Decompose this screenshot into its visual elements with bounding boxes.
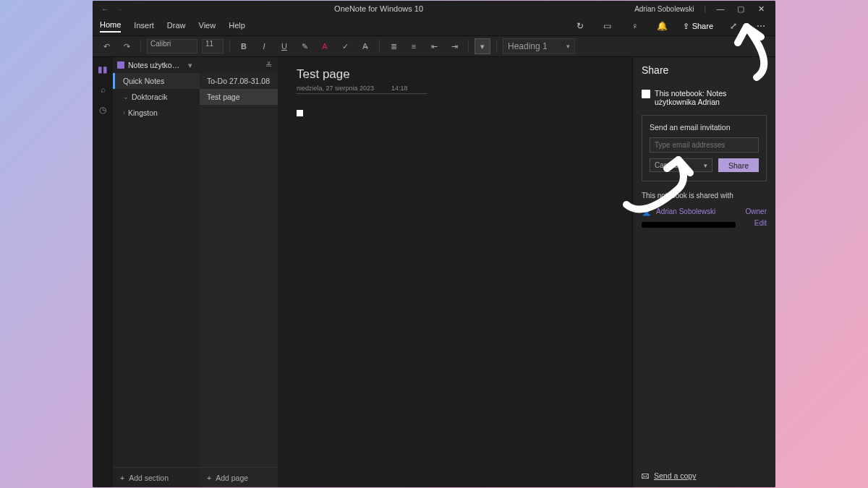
highlight-icon[interactable]: ✎ — [297, 38, 312, 54]
shared-person-row[interactable]: 👤 Adrian Sobolewski Owner — [642, 207, 767, 216]
person-role: Owner — [746, 207, 767, 215]
numbering-icon[interactable]: ≡ — [406, 38, 422, 54]
divider — [379, 40, 380, 53]
maximize-button[interactable]: ▢ — [731, 4, 751, 14]
section-label: Kingston — [128, 108, 158, 117]
edit-link[interactable]: Edit — [754, 219, 767, 227]
divider — [229, 40, 230, 53]
fullscreen-icon[interactable]: ⤢ — [726, 21, 741, 31]
back-icon[interactable]: ← — [101, 5, 109, 13]
italic-icon[interactable]: I — [256, 38, 272, 54]
close-button[interactable]: ✕ — [751, 4, 771, 14]
share-icon: ⇪ — [683, 22, 689, 31]
sections-panel: Notes użytkownika Adrian ▾ Quick Notes ⌄… — [113, 57, 200, 487]
add-page-label: Add page — [216, 474, 248, 482]
page-item-test[interactable]: Test page — [200, 89, 278, 105]
notebook-icon — [117, 61, 124, 69]
chevron-down-icon: ▾ — [188, 61, 192, 69]
ribbon: ↶ ↷ Calibri 11 B I U ✎ A ✓ A̶ ≣ ≡ ⇤ ⇥ ▾ … — [93, 35, 775, 57]
share-footer: 🖂 Send a copy — [642, 471, 767, 480]
send-copy-link[interactable]: Send a copy — [654, 471, 696, 480]
bold-icon[interactable]: B — [236, 38, 252, 54]
share-button[interactable]: ⇪ Share — [683, 22, 713, 31]
tab-view[interactable]: View — [199, 21, 216, 32]
share-notebook-label: This notebook: Notes użytkownika Adrian — [655, 89, 767, 106]
page-date: niedziela, 27 sierpnia 2023 — [297, 85, 374, 92]
style-label: Heading 1 — [508, 41, 548, 51]
chevron-down-icon: ⌄ — [123, 93, 129, 100]
tab-insert[interactable]: Insert — [134, 21, 154, 32]
indent-icon[interactable]: ⇥ — [446, 38, 462, 54]
tab-draw[interactable]: Draw — [167, 21, 186, 32]
share-submit-button[interactable]: Share — [718, 158, 759, 172]
page-time: 14:18 — [391, 85, 408, 92]
permission-select[interactable]: Can edit ▾ — [650, 158, 712, 172]
font-name-select[interactable]: Calibri — [147, 39, 197, 53]
notification-icon[interactable]: 🔔 — [655, 21, 670, 31]
todo-checkbox[interactable] — [297, 110, 303, 116]
chevron-down-icon: ▾ — [566, 43, 570, 50]
recent-icon[interactable]: ◷ — [99, 105, 106, 115]
idea-icon[interactable]: ♀ — [628, 21, 642, 31]
add-section-button[interactable]: + Add section — [113, 467, 200, 487]
person-name: Adrian Sobolewski — [656, 207, 715, 215]
share-submit-label: Share — [728, 161, 749, 170]
section-list: Quick Notes ⌄ Doktoracik › Kingston — [113, 73, 200, 467]
minimize-button[interactable]: — — [710, 4, 731, 13]
person-icon: 👤 — [642, 207, 652, 216]
title-bar: ← → OneNote for Windows 10 Adrian Sobole… — [93, 1, 775, 17]
sort-icon[interactable]: ≚ — [265, 61, 278, 70]
tab-help[interactable]: Help — [229, 21, 245, 32]
section-label: Doktoracik — [132, 93, 168, 101]
notebook-icon — [642, 90, 650, 98]
sync-icon[interactable]: ↻ — [573, 21, 587, 31]
separator: | — [704, 5, 706, 13]
tag-icon[interactable]: ▾ — [475, 38, 490, 54]
redo-icon[interactable]: ↷ — [119, 38, 135, 54]
notebook-name: Notes użytkownika Adrian — [128, 61, 184, 69]
outdent-icon[interactable]: ⇤ — [426, 38, 442, 54]
more-icon[interactable]: ⋯ — [754, 21, 768, 31]
add-page-button[interactable]: + Add page — [200, 467, 278, 487]
send-copy-icon: 🖂 — [642, 471, 650, 480]
notebook-picker[interactable]: Notes użytkownika Adrian ▾ — [113, 57, 197, 73]
section-item-quick-notes[interactable]: Quick Notes — [113, 73, 200, 89]
share-label: Share — [692, 22, 713, 30]
app-title: OneNote for Windows 10 — [123, 4, 634, 13]
nav-rail: ▮▮ ⌕ ◷ — [93, 57, 113, 487]
share-pane-title: Share — [642, 64, 767, 76]
shared-with-label: This notebook is shared with — [642, 192, 767, 200]
plus-icon: + — [207, 474, 211, 482]
undo-icon[interactable]: ↶ — [98, 38, 114, 54]
section-item-kingston[interactable]: › Kingston — [113, 105, 200, 121]
share-pane: Share This notebook: Notes użytkownika A… — [632, 57, 775, 487]
font-size-select[interactable]: 11 — [202, 39, 224, 53]
meeting-icon[interactable]: ▭ — [600, 21, 615, 31]
tab-home[interactable]: Home — [100, 20, 121, 33]
content-area: ▮▮ ⌕ ◷ Notes użytkownika Adrian ▾ Quick … — [93, 57, 775, 487]
font-color-icon[interactable]: A — [317, 38, 333, 54]
email-input[interactable] — [650, 137, 759, 153]
underline-icon[interactable]: U — [276, 38, 292, 54]
section-label: Quick Notes — [123, 77, 164, 85]
app-window: ← → OneNote for Windows 10 Adrian Sobole… — [93, 1, 775, 487]
divider — [468, 40, 469, 53]
page-title[interactable]: Test page — [297, 67, 613, 82]
search-icon[interactable]: ⌕ — [101, 85, 106, 95]
forward-icon[interactable]: → — [116, 5, 123, 13]
section-item-doktoracik[interactable]: ⌄ Doktoracik — [113, 89, 200, 105]
bullets-icon[interactable]: ≣ — [386, 38, 401, 54]
style-picker[interactable]: Heading 1 ▾ — [503, 38, 575, 54]
page-label: To-Do 27.08-31.08 — [207, 77, 270, 85]
divider — [140, 40, 141, 53]
format-painter-icon[interactable]: A̶ — [357, 38, 373, 54]
pages-panel: ≚ To-Do 27.08-31.08 Test page + Add page — [200, 57, 278, 487]
notebooks-icon[interactable]: ▮▮ — [98, 64, 108, 74]
page-item-todo[interactable]: To-Do 27.08-31.08 — [200, 73, 278, 89]
clear-format-icon[interactable]: ✓ — [337, 38, 353, 54]
user-name-label[interactable]: Adrian Sobolewski — [634, 5, 694, 13]
menu-row: Home Insert Draw View Help ↻ ▭ ♀ 🔔 ⇪ Sha… — [93, 17, 775, 35]
share-notebook-row: This notebook: Notes użytkownika Adrian — [642, 89, 767, 106]
invite-label: Send an email invitation — [650, 123, 759, 132]
page-canvas[interactable]: Test page niedziela, 27 sierpnia 2023 14… — [278, 57, 632, 487]
